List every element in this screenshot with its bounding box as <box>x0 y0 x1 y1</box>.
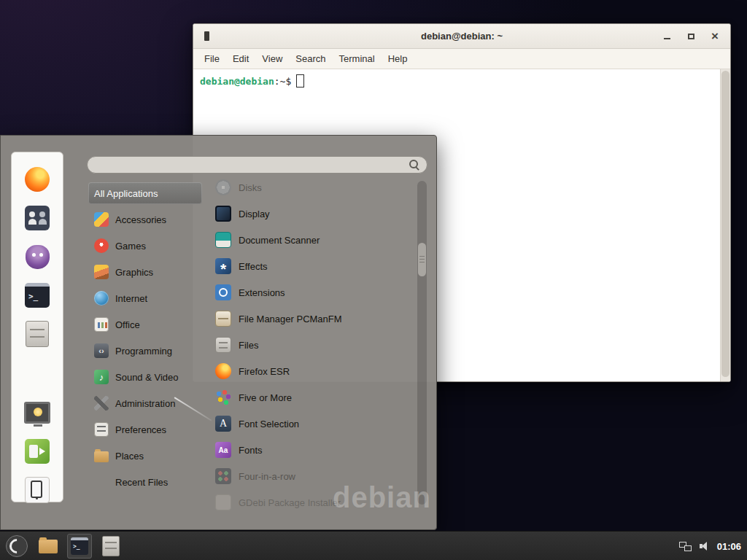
firefox-icon <box>25 167 50 192</box>
network-icon[interactable] <box>679 542 692 551</box>
terminal-scrollbar[interactable] <box>720 69 730 382</box>
category-internet[interactable]: Internet <box>88 287 202 309</box>
category-places[interactable]: Places <box>88 445 202 467</box>
folder-icon <box>39 540 58 553</box>
favorite-file-cabinet[interactable] <box>24 321 50 347</box>
file-cabinet-icon <box>102 536 120 556</box>
taskbar-clock[interactable]: 01:06 <box>717 541 741 552</box>
terminal-cursor <box>296 74 304 88</box>
favorite-terminal[interactable] <box>24 282 50 308</box>
logout-icon <box>25 439 50 464</box>
category-all-applications[interactable]: All Applications <box>88 182 202 204</box>
category-sound-video[interactable]: Sound & Video <box>88 366 202 388</box>
app-item-extensions[interactable]: Extensions <box>211 281 415 303</box>
app-list-scrollbar[interactable] <box>417 181 427 505</box>
volume-icon[interactable] <box>700 541 709 551</box>
category-accessories[interactable]: Accessories <box>88 209 202 230</box>
terminal-menubar: File Edit View Search Terminal Help <box>193 49 730 69</box>
menu-launcher-button[interactable] <box>4 534 29 559</box>
category-office[interactable]: Office <box>88 314 202 335</box>
users-icon <box>25 206 50 230</box>
category-list: All Applications Accessories Games Graph… <box>88 182 202 497</box>
window-controls <box>657 24 724 48</box>
menubar-search[interactable]: Search <box>289 50 332 67</box>
graphics-icon <box>94 265 109 279</box>
chat-app-icon <box>26 245 50 269</box>
favorite-lock-screen[interactable] <box>24 477 50 503</box>
prompt-path: :~$ <box>274 76 291 87</box>
prompt-user-host: debian@debian <box>200 76 274 87</box>
disks-icon <box>215 179 231 195</box>
phone-icon <box>25 477 50 503</box>
taskbar-terminal-button[interactable] <box>67 534 92 559</box>
fonts-icon <box>215 442 231 458</box>
app-item-five-or-more[interactable]: Five or More <box>211 386 415 408</box>
app-item-display[interactable]: Display <box>211 203 415 225</box>
firefox-icon <box>215 363 231 379</box>
category-recent-files[interactable]: Recent Files <box>88 471 202 493</box>
menubar-help[interactable]: Help <box>382 50 414 67</box>
app-menu: All Applications Accessories Games Graph… <box>0 135 437 530</box>
favorite-chat-app[interactable] <box>24 244 50 270</box>
menubar-edit[interactable]: Edit <box>226 50 255 67</box>
category-graphics[interactable]: Graphics <box>88 261 202 283</box>
system-tray: 01:06 <box>679 532 741 560</box>
display-clock-icon <box>24 402 50 424</box>
places-folder-icon <box>94 451 109 462</box>
menubar-view[interactable]: View <box>255 50 289 67</box>
window-title: debian@debian: ~ <box>193 31 730 42</box>
file-cabinet-icon <box>26 321 49 347</box>
app-item-files[interactable]: Files <box>211 334 415 356</box>
files-icon <box>215 337 231 353</box>
games-icon <box>94 238 109 253</box>
display-icon <box>215 206 231 222</box>
favorite-logout[interactable] <box>24 438 50 464</box>
office-icon <box>94 317 109 332</box>
search-icon <box>409 160 420 171</box>
minimize-button[interactable] <box>657 28 676 45</box>
close-button[interactable] <box>705 28 724 45</box>
effects-icon <box>215 258 231 274</box>
desktop: debian@debian: ~ File Edit View Search T… <box>0 0 747 560</box>
five-or-more-icon <box>215 389 231 405</box>
terminal-prompt-line: debian@debian:~$ <box>193 69 730 88</box>
maximize-button[interactable] <box>681 28 700 45</box>
extensions-icon <box>215 284 231 300</box>
search-input[interactable] <box>95 158 405 172</box>
taskbar: 01:06 <box>0 531 747 560</box>
minimize-icon <box>664 38 670 39</box>
category-preferences[interactable]: Preferences <box>88 419 202 440</box>
app-item-firefox-esr[interactable]: Firefox ESR <box>211 360 415 382</box>
terminal-icon <box>71 537 88 555</box>
favorites-panel <box>11 152 63 502</box>
four-in-a-row-icon <box>215 468 231 484</box>
app-item-fonts[interactable]: Fonts <box>211 439 415 461</box>
favorite-firefox[interactable] <box>24 166 50 192</box>
terminal-titlebar[interactable]: debian@debian: ~ <box>193 24 730 49</box>
taskbar-left <box>4 532 123 560</box>
administration-icon <box>94 396 109 411</box>
app-list-scrollbar-thumb[interactable] <box>418 243 426 276</box>
app-item-font-selection[interactable]: Font Selection <box>211 413 415 435</box>
file-manager-icon <box>215 311 231 327</box>
sound-video-icon <box>94 370 109 384</box>
font-selection-icon <box>215 416 231 432</box>
maximize-icon <box>688 34 694 39</box>
category-games[interactable]: Games <box>88 235 202 257</box>
category-programming[interactable]: Programming <box>88 340 202 362</box>
menubar-terminal[interactable]: Terminal <box>333 50 382 67</box>
taskbar-files-button[interactable] <box>98 534 123 559</box>
menubar-file[interactable]: File <box>198 50 226 67</box>
programming-icon <box>94 343 109 358</box>
app-item-disks[interactable]: Disks <box>211 176 415 198</box>
gdebi-icon <box>215 494 231 510</box>
app-item-document-scanner[interactable]: Document Scanner <box>211 229 415 251</box>
app-item-effects[interactable]: Effects <box>211 255 415 277</box>
favorite-users[interactable] <box>24 205 50 231</box>
launcher-icon <box>6 535 28 557</box>
terminal-scrollbar-thumb[interactable] <box>721 71 729 377</box>
favorite-display-settings[interactable] <box>24 400 50 426</box>
taskbar-file-manager-button[interactable] <box>36 534 61 559</box>
document-scanner-icon <box>215 232 231 248</box>
app-item-file-manager-pcmanfm[interactable]: File Manager PCManFM <box>211 308 415 330</box>
